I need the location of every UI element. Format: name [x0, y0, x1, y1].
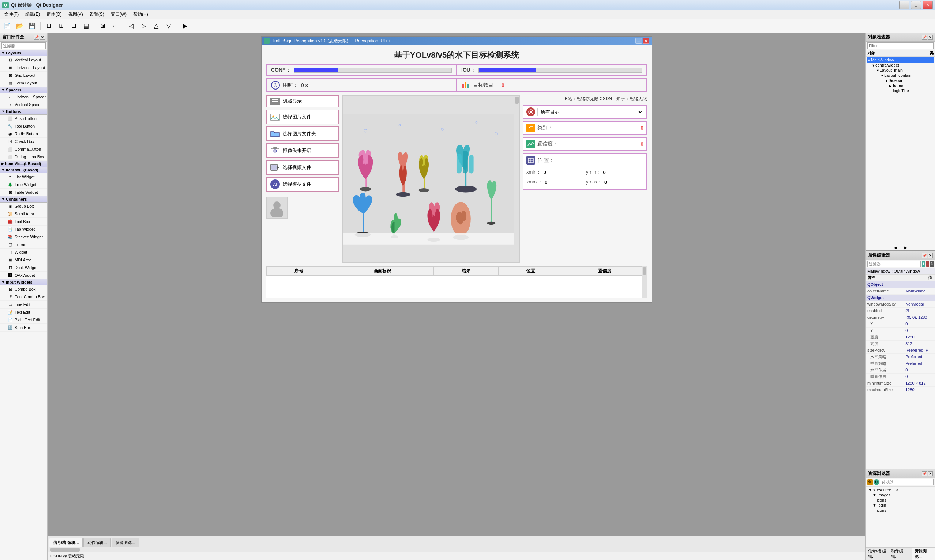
obj-filter-input[interactable] — [867, 42, 933, 49]
prop-row-y[interactable]: Y 0 — [866, 327, 935, 334]
widget-scroll-area[interactable]: 📜 Scroll Area — [0, 210, 47, 218]
menu-view[interactable]: 视图(V) — [65, 11, 86, 18]
menu-file[interactable]: 文件(F) — [2, 11, 22, 18]
widget-text-edit[interactable]: 📝 Text Edit — [0, 309, 47, 316]
resource-pencil-icon[interactable]: ✎ — [867, 479, 873, 485]
widget-grid-layout[interactable]: ⊡ Grid Layout — [0, 72, 47, 79]
widget-horizontal-layout[interactable]: ⊞ Horizon... Layout — [0, 64, 47, 72]
select-img-btn[interactable]: 选择图片文件 — [266, 110, 339, 124]
widget-mdi-area[interactable]: ⊞ MDI Area — [0, 256, 47, 264]
tab-resources[interactable]: 资源浏览... — [111, 538, 139, 547]
category-buttons[interactable]: ▼ Buttons — [0, 109, 47, 115]
res-tab-actions[interactable]: 动作编辑... — [889, 548, 912, 560]
widget-radio-button[interactable]: ◉ Radio Button — [0, 130, 47, 138]
prop-row-sizepolicy[interactable]: sizePolicy [Preferred, P — [866, 347, 935, 354]
tab-actions[interactable]: 动作编辑... — [83, 538, 111, 547]
resource-refresh-icon[interactable]: ↻ — [874, 479, 879, 485]
prop-add-btn[interactable]: + — [922, 261, 925, 267]
tree-item-layout-main[interactable]: ▼Layout_main — [867, 68, 934, 73]
res-item-login-icons[interactable]: icons — [867, 508, 934, 513]
widget-command-button[interactable]: ⬜ Comma...utton — [0, 146, 47, 153]
res-tab-resources[interactable]: 资源浏览... — [912, 548, 935, 560]
close-button[interactable]: ✕ — [923, 1, 933, 9]
category-input-widgets[interactable]: ▼ Input Widgets — [0, 279, 47, 286]
widget-form-layout[interactable]: ▤ Form Layout — [0, 79, 47, 87]
tree-item-logintitle[interactable]: loginTitle — [867, 88, 934, 93]
qt-minimize-btn[interactable]: ─ — [636, 38, 642, 44]
h-scrollbar[interactable] — [48, 547, 866, 552]
resource-browser-close[interactable]: ✕ — [928, 471, 933, 476]
minimize-button[interactable]: ─ — [899, 1, 909, 9]
prop-row-height[interactable]: 高度 812 — [866, 340, 935, 347]
resource-browser-pin[interactable]: 📌 — [922, 471, 927, 476]
adjust-size-button[interactable]: ↔ — [109, 20, 121, 31]
prop-row-vstretch[interactable]: 垂直伸展 0 — [866, 373, 935, 380]
prop-row-vpolicy[interactable]: 垂直策略 Preferred — [866, 360, 935, 367]
category-spacers[interactable]: ▼ Spacers — [0, 87, 47, 93]
category-item-widgets[interactable]: ▼ Item Wi...(Based) — [0, 167, 47, 173]
prop-row-enabled[interactable]: enabled ☑ — [866, 308, 935, 314]
select-video-btn[interactable]: 选择视频文件 — [266, 160, 339, 175]
prop-row-x[interactable]: X 0 — [866, 321, 935, 327]
save-button[interactable]: 💾 — [26, 20, 38, 31]
widget-box-close[interactable]: ✕ — [40, 35, 45, 40]
open-button[interactable]: 📂 — [14, 20, 26, 31]
menu-settings[interactable]: 设置(S) — [87, 11, 107, 18]
prop-row-windowmodality[interactable]: windowModality NonModal — [866, 301, 935, 308]
qt-close-btn[interactable]: ✕ — [643, 38, 649, 44]
all-targets-select[interactable]: 所有目标 — [537, 108, 643, 116]
tree-item-centralwidget[interactable]: ▼centralwidget — [867, 63, 934, 68]
align-left-button[interactable]: ◁ — [125, 20, 137, 31]
select-model-btn[interactable]: AI 选择模型文件 — [266, 177, 339, 192]
preview-button[interactable]: ▶ — [179, 20, 191, 31]
widget-combo-box[interactable]: ⊟ Combo Box — [0, 286, 47, 293]
prop-remove-btn[interactable]: − — [926, 261, 929, 267]
prop-row-objectname[interactable]: objectName MainWindo — [866, 288, 935, 294]
prop-filter-input[interactable] — [867, 261, 921, 267]
res-tab-signals[interactable]: 信号/槽 编辑... — [866, 548, 889, 560]
layout-grid-button[interactable]: ⊡ — [68, 20, 79, 31]
widget-tree-widget[interactable]: 🌲 Tree Widget — [0, 181, 47, 189]
break-layout-button[interactable]: ⊠ — [97, 20, 108, 31]
widget-check-box[interactable]: ☑ Check Box — [0, 138, 47, 146]
res-item-images[interactable]: ▼ images — [867, 492, 934, 497]
widget-v-spacer[interactable]: ↕ Vertical Spacer — [0, 101, 47, 109]
widget-tool-button[interactable]: 🔧 Tool Button — [0, 123, 47, 130]
select-folder-btn[interactable]: 选择图片文件夹 — [266, 126, 339, 141]
menu-edit[interactable]: 编辑(E) — [22, 11, 43, 18]
widget-frame[interactable]: ▢ Frame — [0, 241, 47, 249]
widget-vertical-layout[interactable]: ⊟ Vertical Layout — [0, 56, 47, 64]
menu-form[interactable]: 窗体(O) — [43, 11, 64, 18]
res-item-root[interactable]: ▼ <resource ...> — [867, 487, 934, 492]
prop-row-minsize[interactable]: minimumSize 1280 × 812 — [866, 380, 935, 386]
obj-inspector-close[interactable]: ✕ — [928, 35, 933, 40]
hide-display-btn[interactable]: 隐藏显示 — [266, 95, 339, 108]
prop-row-hstretch[interactable]: 水平伸展 0 — [866, 367, 935, 373]
widget-spin-box[interactable]: 🔢 Spin Box — [0, 324, 47, 332]
prop-pen-btn[interactable]: ✎ — [930, 261, 933, 267]
res-item-images-icons[interactable]: icons — [867, 497, 934, 503]
obj-scroll-right[interactable]: ▶ — [904, 246, 907, 250]
widget-table-widget[interactable]: ⊞ Table Widget — [0, 189, 47, 196]
tree-item-mainwindow[interactable]: ▼MainWindow — [867, 57, 934, 63]
widget-font-combo-box[interactable]: 𝔽 Font Combo Box — [0, 293, 47, 301]
camera-btn[interactable]: 摄像头未开启 — [266, 143, 339, 158]
res-item-login[interactable]: ▼ login — [867, 503, 934, 508]
widget-qax-widget[interactable]: 🅰 QAxWidget — [0, 272, 47, 279]
conf-bar[interactable] — [294, 68, 452, 73]
widget-line-edit[interactable]: ▭ Line Edit — [0, 301, 47, 309]
prop-row-hpolicy[interactable]: 水平策略 Preferred — [866, 354, 935, 360]
widget-h-spacer[interactable]: ↔ Horizon... Spacer — [0, 93, 47, 101]
menu-window[interactable]: 窗口(W) — [108, 11, 130, 18]
widget-tool-box[interactable]: 🧰 Tool Box — [0, 218, 47, 226]
widget-tab-widget[interactable]: 📑 Tab Widget — [0, 226, 47, 233]
canvas-wrapper[interactable]: TrafficSign Recognition v1.0 (思绪无限) — Re… — [48, 33, 866, 536]
maximize-button[interactable]: □ — [911, 1, 921, 9]
layout-h-button[interactable]: ⊟ — [43, 20, 54, 31]
obj-inspector-pin[interactable]: 📌 — [922, 35, 927, 40]
menu-help[interactable]: 帮助(H) — [130, 11, 151, 18]
category-containers[interactable]: ▼ Containers — [0, 196, 47, 203]
table-scroll-v[interactable] — [642, 266, 647, 297]
align-top-button[interactable]: △ — [150, 20, 162, 31]
prop-editor-pin[interactable]: 📌 — [922, 253, 927, 258]
